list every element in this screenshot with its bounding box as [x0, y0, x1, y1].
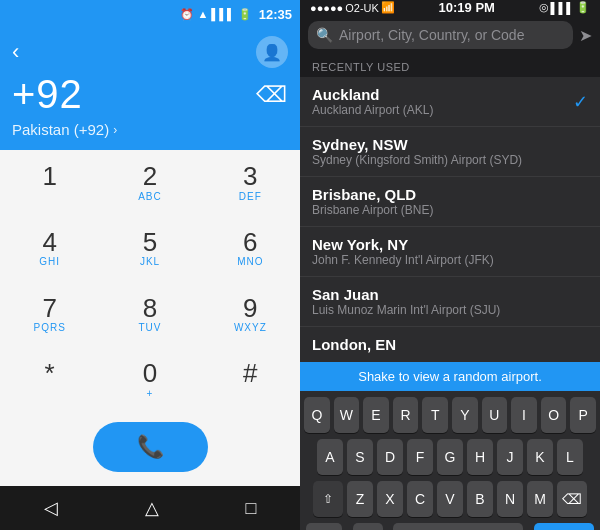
home-nav-icon[interactable]: △: [145, 497, 159, 519]
key-d[interactable]: D: [377, 439, 403, 475]
contact-icon[interactable]: 👤: [256, 36, 288, 68]
search-input-wrap[interactable]: 🔍 Airport, City, Country, or Code: [308, 21, 573, 49]
key-w[interactable]: W: [334, 397, 360, 433]
call-button[interactable]: 📞: [93, 422, 208, 472]
keypad-key-2[interactable]: 2ABC: [100, 150, 199, 215]
key-t[interactable]: T: [422, 397, 448, 433]
airport-full-name: John F. Kennedy Int'l Airport (JFK): [312, 253, 494, 267]
key-x[interactable]: X: [377, 481, 403, 517]
key-letters: PQRS: [33, 322, 65, 334]
search-placeholder-text: Airport, City, Country, or Code: [339, 27, 565, 43]
phone-number: +92: [12, 72, 83, 117]
key-y[interactable]: Y: [452, 397, 478, 433]
key-digit: 7: [42, 294, 56, 323]
keyboard-row-1: QWERTYUIOP: [304, 397, 596, 433]
shift-key[interactable]: ⇧: [313, 481, 343, 517]
alarm-icon: ⏰: [180, 8, 194, 21]
battery-icon: 🔋: [238, 8, 252, 21]
keypad-key-1[interactable]: 1: [0, 150, 99, 215]
keypad-key-7[interactable]: 7PQRS: [0, 282, 99, 347]
keypad-key-5[interactable]: 5JKL: [100, 216, 199, 281]
key-letters: GHI: [39, 256, 60, 268]
android-status-bar: ⏰ ▲ ▌▌▌ 🔋 12:35: [0, 0, 300, 28]
key-e[interactable]: E: [363, 397, 389, 433]
airport-info: Auckland Auckland Airport (AKL): [312, 86, 433, 117]
ios-signal: ●●●●● O2-UK 📶: [310, 1, 395, 14]
keypad-key-8[interactable]: 8TUV: [100, 282, 199, 347]
keypad-key-#[interactable]: #: [201, 347, 300, 412]
ios-time: 10:19 PM: [439, 0, 495, 15]
keypad-key-3[interactable]: 3DEF: [201, 150, 300, 215]
airport-city: San Juan: [312, 286, 500, 303]
key-k[interactable]: K: [527, 439, 553, 475]
key-z[interactable]: Z: [347, 481, 373, 517]
navigate-icon[interactable]: ➤: [579, 26, 592, 45]
dialer-number-display: +92 ⌫: [12, 72, 288, 117]
android-nav-bar: ◁ △ □: [0, 486, 300, 530]
globe-key[interactable]: 🌐: [353, 523, 383, 530]
keypad-key-0[interactable]: 0+: [100, 347, 199, 412]
dialer-header: ‹ 👤 +92 ⌫ Pakistan (+92) ›: [0, 28, 300, 150]
key-letters: JKL: [140, 256, 160, 268]
shake-banner: Shake to view a random airport.: [300, 362, 600, 391]
keyboard-row-bottom: 123🌐spaceSearch: [304, 523, 596, 530]
key-letters: TUV: [138, 322, 161, 334]
airport-full-name: Luis Munoz Marin Int'l Airport (SJU): [312, 303, 500, 317]
keypad-key-4[interactable]: 4GHI: [0, 216, 99, 281]
key-n[interactable]: N: [497, 481, 523, 517]
keypad-key-*[interactable]: *: [0, 347, 99, 412]
airport-list-item[interactable]: London, EN: [300, 327, 600, 362]
airport-full-name: Brisbane Airport (BNE): [312, 203, 433, 217]
selected-checkmark: ✓: [573, 91, 588, 113]
key-g[interactable]: G: [437, 439, 463, 475]
key-p[interactable]: P: [570, 397, 596, 433]
phone-icon: 📞: [137, 434, 164, 460]
keypad-key-9[interactable]: 9WXYZ: [201, 282, 300, 347]
android-time: 12:35: [259, 7, 292, 22]
key-u[interactable]: U: [482, 397, 508, 433]
key-f[interactable]: F: [407, 439, 433, 475]
backspace-button[interactable]: ⌫: [256, 82, 288, 108]
key-s[interactable]: S: [347, 439, 373, 475]
key-h[interactable]: H: [467, 439, 493, 475]
back-nav-icon[interactable]: ◁: [44, 497, 58, 519]
key-v[interactable]: V: [437, 481, 463, 517]
key-j[interactable]: J: [497, 439, 523, 475]
key-b[interactable]: B: [467, 481, 493, 517]
key-digit: 8: [143, 294, 157, 323]
keyboard-row-2: ASDFGHJKL: [304, 439, 596, 475]
airport-list-item[interactable]: San Juan Luis Munoz Marin Int'l Airport …: [300, 277, 600, 327]
signal-icon: ▌▌▌: [211, 8, 234, 20]
keypad-key-6[interactable]: 6MNO: [201, 216, 300, 281]
key-digit: 9: [243, 294, 257, 323]
airport-info: New York, NY John F. Kennedy Int'l Airpo…: [312, 236, 494, 267]
airport-list-item[interactable]: Auckland Auckland Airport (AKL) ✓: [300, 77, 600, 127]
location-icon: ◎: [539, 1, 549, 14]
airport-list-item[interactable]: Sydney, NSW Sydney (Kingsford Smith) Air…: [300, 127, 600, 177]
key-digit: 2: [143, 162, 157, 191]
key-a[interactable]: A: [317, 439, 343, 475]
dots-icon: ●●●●●: [310, 2, 343, 14]
numbers-key[interactable]: 123: [306, 523, 342, 530]
airport-list: Auckland Auckland Airport (AKL) ✓ Sydney…: [300, 77, 600, 362]
call-button-row: 📞: [0, 412, 300, 486]
key-i[interactable]: I: [511, 397, 537, 433]
airport-list-item[interactable]: New York, NY John F. Kennedy Int'l Airpo…: [300, 227, 600, 277]
key-r[interactable]: R: [393, 397, 419, 433]
key-q[interactable]: Q: [304, 397, 330, 433]
key-c[interactable]: C: [407, 481, 433, 517]
person-icon: 👤: [262, 43, 282, 62]
space-key[interactable]: space: [393, 523, 523, 530]
search-keyboard-button[interactable]: Search: [534, 523, 594, 530]
key-m[interactable]: M: [527, 481, 553, 517]
delete-key[interactable]: ⌫: [557, 481, 587, 517]
dialer-top-row: ‹ 👤: [12, 36, 288, 68]
airport-list-item[interactable]: Brisbane, QLD Brisbane Airport (BNE): [300, 177, 600, 227]
key-o[interactable]: O: [541, 397, 567, 433]
key-l[interactable]: L: [557, 439, 583, 475]
key-digit: #: [243, 359, 257, 388]
recents-nav-icon[interactable]: □: [246, 498, 257, 519]
back-button[interactable]: ‹: [12, 39, 19, 65]
country-selector[interactable]: Pakistan (+92) ›: [12, 121, 288, 138]
recently-used-label: RECENTLY USED: [300, 55, 600, 77]
